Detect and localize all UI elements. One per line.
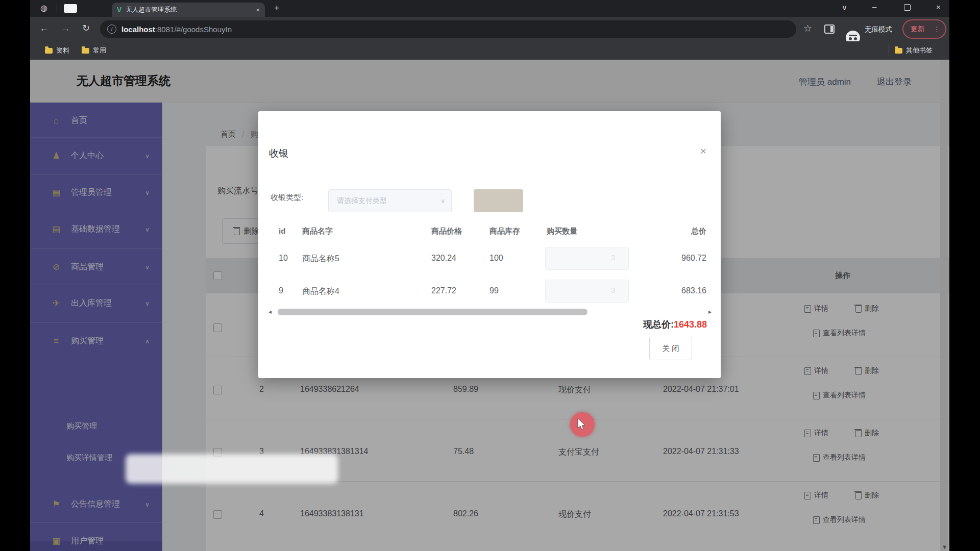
- cell-name: 商品名称5: [302, 254, 339, 264]
- modal-col-price: 商品价格: [431, 227, 462, 236]
- divider: [269, 241, 710, 241]
- bookmark-label: 常用: [93, 46, 106, 55]
- cashier-modal: 收银 × 收银类型: 请选择支付类型 ∨ id 商品名字 商品价格 商品库存 购…: [258, 111, 721, 378]
- folder-icon: [45, 48, 53, 54]
- update-button[interactable]: 更新 ⋮: [902, 19, 946, 39]
- cell-id: 9: [279, 286, 283, 295]
- modal-col-stock: 商品库存: [489, 227, 520, 236]
- scroll-left-icon[interactable]: ◂: [268, 308, 272, 315]
- mouse-cursor: [570, 412, 595, 437]
- incognito-label: 无痕模式: [865, 25, 892, 34]
- modal-scrollbar-thumb[interactable]: [278, 309, 587, 315]
- select-placeholder: 请选择支付类型: [337, 196, 387, 206]
- url-host: localhost: [121, 25, 155, 34]
- site-info-icon[interactable]: i: [107, 24, 116, 34]
- divider: [57, 3, 57, 13]
- tab-close-icon[interactable]: ×: [256, 6, 260, 14]
- modal-title: 收银: [269, 147, 288, 160]
- modal-close-icon[interactable]: ×: [700, 145, 706, 157]
- quantity-input[interactable]: 3: [545, 247, 629, 270]
- pay-type-select[interactable]: 请选择支付类型 ∨: [328, 189, 452, 212]
- split-screen-icon[interactable]: [824, 24, 835, 34]
- bookmark-star-icon[interactable]: ☆: [803, 23, 812, 33]
- bookmark-folder[interactable]: 常用: [82, 46, 106, 55]
- bookmark-folder[interactable]: 资料: [45, 46, 69, 55]
- folder-icon: [82, 48, 89, 54]
- modal-col-total: 总价: [691, 227, 706, 236]
- cell-id: 10: [279, 254, 288, 263]
- modal-col-name: 商品名字: [302, 227, 333, 236]
- browser-logo-icon: ◍: [40, 4, 47, 12]
- window-menu-icon[interactable]: ∨: [842, 3, 847, 12]
- browser-tab[interactable]: V 无人超市管理系统 ×: [112, 3, 265, 17]
- minimize-icon[interactable]: –: [872, 2, 876, 11]
- other-bookmarks[interactable]: 其他书签: [895, 46, 933, 55]
- divider: [889, 44, 889, 56]
- kebab-menu-icon[interactable]: ⋮: [934, 25, 941, 33]
- maximize-icon[interactable]: [904, 4, 911, 11]
- cell-name: 商品名称4: [302, 286, 339, 297]
- cell-stock: 100: [489, 254, 503, 263]
- chevron-down-icon: ∨: [440, 197, 445, 205]
- forward-icon[interactable]: →: [61, 23, 70, 33]
- browser-toolbar: ← → ↻ i localhost :8081/#/goodsShouyIn ☆…: [30, 17, 949, 41]
- cell-price: 227.72: [431, 286, 456, 295]
- reload-icon[interactable]: ↻: [82, 23, 90, 33]
- vue-favicon: V: [117, 6, 121, 14]
- tab-title: 无人超市管理系统: [126, 6, 252, 14]
- cashier-submit-button[interactable]: [474, 189, 523, 212]
- current-total: 现总价:1643.88: [643, 318, 707, 331]
- modal-col-qty: 购买数量: [547, 227, 577, 236]
- total-label: 现总价:: [643, 319, 674, 330]
- bookmark-label: 资料: [56, 46, 69, 55]
- cell-total: 960.72: [681, 254, 706, 263]
- bookmarks-bar: 资料 常用 其他书签: [30, 41, 949, 60]
- other-bookmarks-label: 其他书签: [906, 46, 933, 55]
- scroll-right-icon[interactable]: ▸: [708, 308, 712, 315]
- cell-stock: 99: [489, 286, 499, 295]
- close-button-label: 关 闭: [662, 344, 679, 354]
- url-path: :8081/#/goodsShouyIn: [155, 25, 232, 34]
- new-tab-icon[interactable]: +: [274, 4, 280, 13]
- cursor-arrow-icon: [577, 418, 587, 431]
- screen: ◍ V 无人超市管理系统 × + ∨ – × ← → ↻ i localhost…: [0, 0, 980, 551]
- modal-col-id: id: [279, 227, 285, 235]
- back-icon[interactable]: ←: [39, 23, 49, 33]
- total-value: 1643.88: [674, 319, 707, 330]
- modal-close-button[interactable]: 关 闭: [649, 337, 692, 360]
- cashier-type-label: 收银类型:: [271, 193, 303, 203]
- blurred-watermark: [126, 454, 338, 484]
- address-bar[interactable]: i localhost :8081/#/goodsShouyIn: [100, 20, 796, 38]
- folder-icon: [895, 48, 902, 54]
- pinned-tab[interactable]: [64, 4, 77, 13]
- update-label: 更新: [911, 24, 924, 34]
- cell-total: 683.16: [681, 286, 706, 295]
- quantity-input[interactable]: 3: [545, 280, 629, 303]
- cell-price: 320.24: [431, 254, 456, 263]
- browser-tab-bar: ◍ V 无人超市管理系统 × + ∨ – ×: [30, 0, 949, 17]
- close-window-icon[interactable]: ×: [936, 3, 941, 11]
